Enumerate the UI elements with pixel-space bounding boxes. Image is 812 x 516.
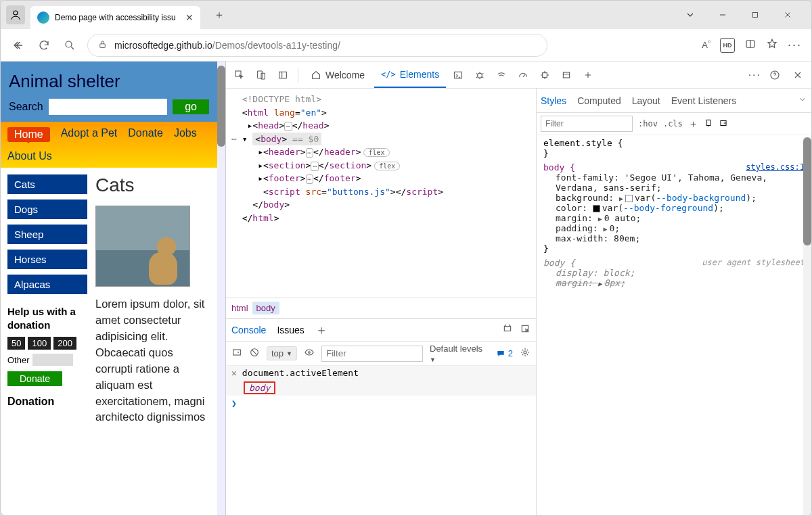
star-icon <box>766 38 778 50</box>
device-toggle-button[interactable] <box>252 66 271 85</box>
log-result-highlighted[interactable]: body <box>244 381 275 394</box>
dismiss-log-button[interactable]: ✕ <box>231 368 237 378</box>
styles-overflow-button[interactable] <box>798 95 807 106</box>
page-scrollbar[interactable] <box>217 62 225 515</box>
tab-console-icon[interactable] <box>449 66 468 85</box>
drawer-tab-issues[interactable]: Issues <box>277 325 304 335</box>
crumb-html[interactable]: html <box>231 303 248 313</box>
css-selector-body: body { <box>543 162 575 172</box>
bug-icon <box>474 70 485 80</box>
gear-icon <box>520 347 531 358</box>
dock-drawer-button[interactable] <box>520 323 531 336</box>
nav-adopt[interactable]: Adopt a Pet <box>61 127 118 142</box>
refresh-button[interactable] <box>36 37 52 53</box>
tab-performance-icon[interactable] <box>514 66 533 85</box>
devtools-more-button[interactable]: ··· <box>748 69 761 81</box>
new-tab-button[interactable]: ＋ <box>210 5 229 24</box>
donation-50[interactable]: 50 <box>7 337 25 350</box>
toggle-cls-button[interactable]: .cls <box>663 119 683 128</box>
styles-tab-styles[interactable]: Styles <box>541 95 566 106</box>
console-filter-input[interactable] <box>321 346 423 362</box>
search-button[interactable] <box>62 37 78 53</box>
site-search-input[interactable] <box>49 99 168 115</box>
tab-welcome[interactable]: Welcome <box>304 62 371 88</box>
styles-tab-events[interactable]: Event Listeners <box>671 95 737 106</box>
expand-drawer-button[interactable] <box>502 323 513 336</box>
sidebar-item-dogs[interactable]: Dogs <box>7 200 87 219</box>
toggle-hov-button[interactable]: :hov <box>638 119 658 128</box>
tab-memory-icon[interactable] <box>535 66 554 85</box>
drawer-add-tab-button[interactable]: ＋ <box>315 322 328 338</box>
donate-button[interactable]: Donate <box>7 371 62 386</box>
clear-console-button[interactable] <box>249 347 260 360</box>
nav-home[interactable]: Home <box>7 127 50 142</box>
log-levels-selector[interactable]: Default levels ▼ <box>430 344 489 364</box>
issues-count-badge[interactable]: 2 <box>496 348 513 358</box>
tabs-overview-button[interactable] <box>680 5 700 25</box>
read-aloud-button[interactable]: A⁾⁾ <box>702 39 710 50</box>
toggle-sidebar-button[interactable] <box>273 66 292 85</box>
nav-about[interactable]: About Us <box>7 150 52 162</box>
help-icon <box>769 70 780 80</box>
sidebar-item-sheep[interactable]: Sheep <box>7 225 87 244</box>
donation-200[interactable]: 200 <box>53 337 76 350</box>
dom-selected-body[interactable]: ⋯ ▾ <body> == $0 <box>231 133 531 146</box>
tab-sources-icon[interactable] <box>470 66 489 85</box>
styles-filter-input[interactable] <box>541 116 633 132</box>
nav-jobs[interactable]: Jobs <box>174 127 197 142</box>
styles-body[interactable]: element.style { } body {styles.css:1 fon… <box>537 135 811 515</box>
svg-rect-20 <box>706 120 710 125</box>
copy-styles-button[interactable] <box>704 118 713 130</box>
profile-button[interactable] <box>6 5 25 24</box>
styles-tab-layout[interactable]: Layout <box>632 95 660 106</box>
other-amount-input[interactable] <box>32 354 73 366</box>
toggle-layout-button[interactable] <box>719 118 728 130</box>
console-sidebar-toggle[interactable] <box>231 347 242 360</box>
source-link[interactable]: styles.css:1 <box>746 162 805 172</box>
minimize-button[interactable] <box>713 5 733 25</box>
window-titlebar: Demo page with accessibility issu ✕ ＋ <box>1 1 811 29</box>
console-context-selector[interactable]: top ▼ <box>267 346 297 360</box>
search-go-button[interactable]: go <box>173 99 209 114</box>
new-style-rule-button[interactable]: ＋ <box>688 118 698 131</box>
person-icon <box>9 9 22 21</box>
dom-tree[interactable]: <!DOCTYPE html> <html lang="en"> ▸<head>… <box>226 89 536 298</box>
tab-application-icon[interactable] <box>557 66 576 85</box>
svg-point-2 <box>66 41 72 47</box>
console-settings-button[interactable] <box>520 347 531 360</box>
nav-donate[interactable]: Donate <box>128 127 163 142</box>
styles-tab-computed[interactable]: Computed <box>577 95 621 106</box>
sidebar-item-cats[interactable]: Cats <box>7 174 87 194</box>
close-devtools-button[interactable] <box>788 66 807 85</box>
tab-network-icon[interactable] <box>492 66 511 85</box>
back-button[interactable] <box>10 37 26 53</box>
crumb-body[interactable]: body <box>252 302 279 314</box>
donation-100[interactable]: 100 <box>28 337 51 350</box>
svg-rect-16 <box>233 350 241 355</box>
breadcrumbs[interactable]: html body <box>226 298 536 318</box>
tab-close-button[interactable]: ✕ <box>185 12 194 23</box>
maximize-button[interactable] <box>745 5 765 25</box>
hd-button[interactable]: HD <box>720 38 735 53</box>
chat-icon <box>496 349 505 358</box>
favorite-button[interactable] <box>766 38 778 52</box>
edge-favicon-icon <box>37 11 49 24</box>
browser-tab[interactable]: Demo page with accessibility issu ✕ <box>30 6 200 29</box>
drawer-tab-console[interactable]: Console <box>231 325 266 335</box>
reader-button[interactable] <box>744 38 757 52</box>
styles-scrollbar[interactable] <box>803 137 811 515</box>
svg-rect-1 <box>753 13 758 18</box>
live-expr-button[interactable] <box>304 347 315 360</box>
more-button[interactable]: ··· <box>788 38 802 52</box>
console-prompt[interactable]: ❯ <box>226 396 536 411</box>
sidebar-item-horses[interactable]: Horses <box>7 250 87 269</box>
close-window-button[interactable] <box>777 5 798 25</box>
help-button[interactable] <box>765 66 784 85</box>
url-bar[interactable]: microsoftedge.github.io/Demos/devtools-a… <box>87 34 547 57</box>
tab-elements[interactable]: </> Elements <box>374 62 446 88</box>
search-icon <box>64 39 76 51</box>
inspect-button[interactable] <box>230 66 249 85</box>
sidebar-item-alpacas[interactable]: Alpacas <box>7 275 87 294</box>
svg-rect-11 <box>543 72 547 77</box>
more-tabs-button[interactable] <box>579 66 597 85</box>
